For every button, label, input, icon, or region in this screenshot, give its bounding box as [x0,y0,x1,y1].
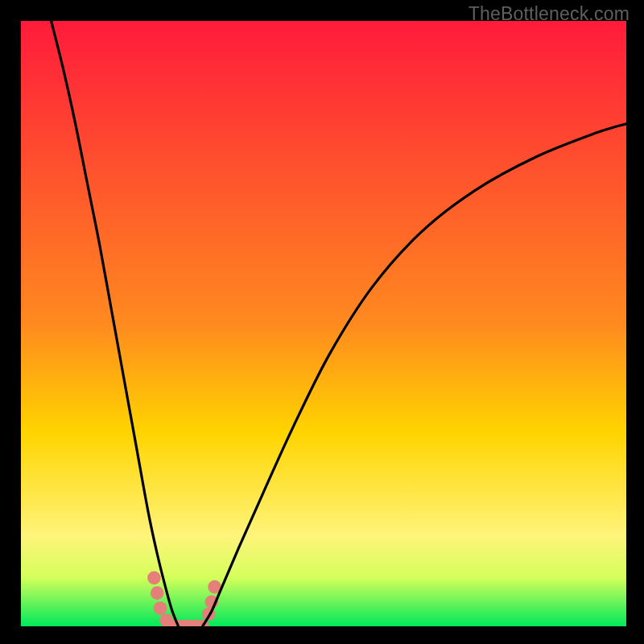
chart-marker [154,601,167,615]
chart-background [21,21,626,626]
chart-svg [21,21,626,626]
chart-marker [147,572,161,585]
chart-marker [151,586,164,600]
chart-plot-area [21,21,626,626]
watermark-text: TheBottleneck.com [469,3,630,25]
